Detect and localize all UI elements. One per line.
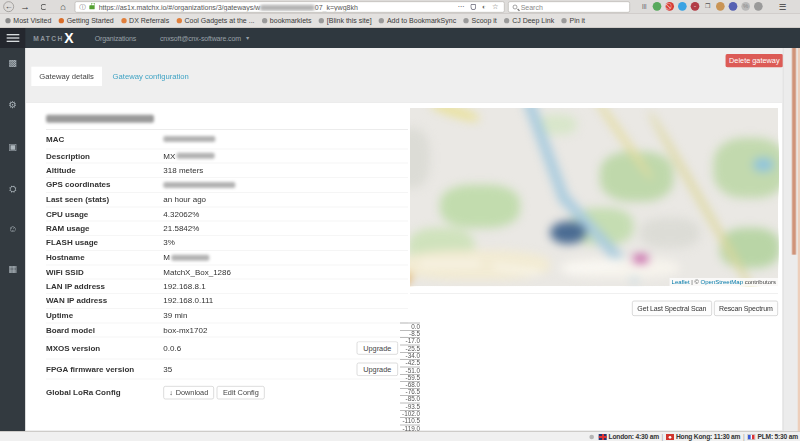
bookmark-label: bookmarklets [270, 17, 312, 25]
upgrade-button[interactable]: Upgrade [357, 342, 398, 355]
row-value: ↓DownloadEdit Config [163, 386, 267, 399]
sidebar-users-icon[interactable]: ☺ [0, 223, 25, 234]
search-bar[interactable]: Search [508, 1, 630, 12]
row-value: box-mx1702 [163, 325, 207, 334]
bookmark-star-icon[interactable]: ☆ [492, 3, 499, 12]
globe-addon-icon[interactable] [729, 2, 738, 11]
y-tick-label: -8.5 [400, 330, 420, 337]
gateway-map[interactable]: Leaflet | © OpenStreetMap contributors [410, 108, 778, 286]
plm-flag-icon [747, 434, 755, 440]
sidebar-gears-icon[interactable]: ⛭ [0, 183, 25, 194]
table-row: RAM usage21.5842% [46, 222, 408, 237]
adblock-icon[interactable]: ⃠ [665, 2, 674, 11]
bookmark-label: Cool Gadgets at the ... [184, 17, 254, 25]
clock-text: Hong Kong: 11:30 am [676, 433, 740, 440]
sidebar-gauge-icon[interactable]: ⚙ [0, 99, 25, 110]
hk-flag-icon [666, 434, 674, 440]
bookmark-item[interactable]: bookmarklets [262, 17, 312, 25]
table-row: FLASH usage3% [46, 236, 408, 251]
shield-icon[interactable] [471, 4, 476, 10]
library-icon[interactable]: ||| [640, 2, 649, 11]
browser-status-bar: London: 4:30 am|Hong Kong: 11:30 am|PLM:… [0, 431, 800, 441]
dx-icon [121, 18, 126, 23]
nav-organizations[interactable]: Organizations [95, 28, 136, 48]
pocket-icon[interactable]: - [691, 2, 700, 11]
bookmark-item[interactable]: Most Visited [5, 17, 51, 25]
globe-icon [379, 18, 384, 23]
table-row: GPS coordinates [46, 178, 408, 193]
table-row: Last seen (stats)an hour ago [46, 193, 408, 208]
row-value [163, 182, 235, 188]
misc-addon-icon[interactable] [754, 2, 763, 11]
bookmark-item[interactable]: [Blink this site] [319, 17, 372, 25]
row-label: RAM usage [46, 224, 163, 233]
row-label: GPS coordinates [46, 180, 163, 189]
row-label: Last seen (stats) [46, 195, 163, 204]
y-tick-label: -102.0 [400, 410, 420, 417]
get-last-spectral-scan-button[interactable]: Get Last Spectral Scan [632, 301, 712, 316]
bookmark-item[interactable]: CJ Deep Link [504, 17, 554, 25]
osm-link[interactable]: OpenStreetMap [701, 279, 743, 286]
bookmark-item[interactable]: Getting Started [59, 17, 114, 25]
bookmark-label: [Blink this site] [327, 17, 372, 25]
tabs: Gateway details Gateway configuration [31, 67, 199, 86]
delete-gateway-button[interactable]: Delete gateway [725, 54, 783, 67]
app-sidebar: ▩ ⚙ ▣ ⛭ ☺ ▦ [0, 48, 25, 431]
matchx-logo[interactable]: MATCHX [33, 28, 73, 48]
map-tiles [410, 108, 778, 286]
sidebar-icon[interactable]: ❐ [703, 2, 712, 11]
page-info-icon[interactable]: ⓘ [79, 2, 86, 11]
globe-icon [464, 18, 469, 23]
sidebar-toggle[interactable] [0, 28, 25, 48]
honey-icon[interactable] [716, 2, 725, 11]
bookmark-item[interactable]: Pin it [561, 17, 585, 25]
clock-separator: | [743, 433, 745, 440]
gateway-name-redacted [46, 112, 154, 124]
bookmark-item[interactable]: Cool Gadgets at the ... [176, 17, 254, 25]
page-actions-icon[interactable]: ⋯ [457, 3, 464, 12]
row-value: MatchX_Box_1286 [163, 267, 231, 276]
sidebar-grid-icon[interactable]: ▦ [0, 263, 25, 274]
scrollbar-thumb[interactable] [792, 48, 796, 255]
globe-icon [504, 18, 509, 23]
spectral-chart-y-axis: 0.0-8.5-17.0-25.5-34.0-42.5-51.0-59.5-68… [400, 323, 420, 432]
rescan-spectrum-button[interactable]: Rescan Spectrum [714, 301, 778, 316]
url-bar[interactable]: ⓘ https://as1x.matchx.io/#/organizations… [75, 1, 505, 12]
home-button[interactable]: ⌂ [56, 2, 70, 11]
y-tick-label: -17.0 [400, 337, 420, 344]
bookmark-item[interactable]: DX Referrals [121, 17, 169, 25]
reload-button[interactable] [37, 2, 51, 11]
edit-config-button[interactable]: Edit Config [217, 386, 265, 399]
vertical-scrollbar[interactable] [783, 48, 800, 431]
leaflet-link[interactable]: Leaflet [672, 279, 690, 286]
menu-icon[interactable]: ☰ [779, 2, 787, 12]
row-label: Altitude [46, 166, 163, 175]
row-value: an hour ago [163, 195, 206, 204]
twitter-icon[interactable] [678, 2, 687, 11]
back-button[interactable]: ← [3, 1, 14, 12]
y-tick-label: -42.5 [400, 359, 420, 366]
bookmark-item[interactable]: Add to BookmarkSync [379, 17, 456, 25]
bookmark-item[interactable]: Scoop it [464, 17, 497, 25]
reader-mode-icon[interactable]: ◐ [482, 3, 486, 10]
row-value: 35 [163, 365, 172, 374]
sidebar-book-icon[interactable]: ▣ [0, 141, 25, 152]
table-row: Altitude318 meters [46, 164, 408, 179]
redacted-value [163, 182, 235, 188]
download-icon: ↓ [169, 389, 173, 397]
share-icon[interactable]: % [741, 2, 750, 11]
sidebar-dashboard-icon[interactable]: ▩ [0, 57, 25, 68]
forward-button[interactable]: → [18, 2, 32, 11]
gear-icon [5, 18, 10, 23]
download-button[interactable]: ↓Download [163, 386, 214, 399]
upgrade-button[interactable]: Upgrade [357, 363, 398, 376]
tab-gateway-details[interactable]: Gateway details [31, 67, 102, 86]
row-label: LAN IP address [46, 282, 163, 291]
table-row: MXOS version0.0.6Upgrade [46, 338, 408, 360]
nav-user-menu[interactable]: cnxsoft@cnx-software.com▼ [160, 28, 250, 48]
globe-icon [561, 18, 566, 23]
app-navbar: MATCHX Organizations cnxsoft@cnx-softwar… [0, 28, 800, 48]
browser-nav-toolbar: ← → ⌂ ⓘ https://as1x.matchx.io/#/organiz… [0, 0, 800, 14]
tab-gateway-configuration[interactable]: Gateway configuration [102, 67, 200, 86]
evernote-icon[interactable] [653, 2, 662, 11]
